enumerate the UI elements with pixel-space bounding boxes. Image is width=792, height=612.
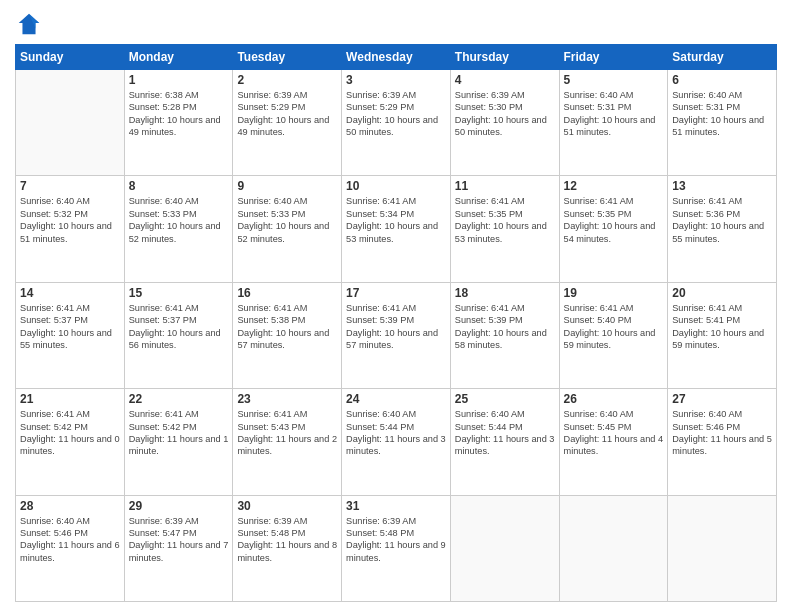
svg-marker-0: [19, 14, 40, 35]
calendar-cell: 24 Sunrise: 6:40 AMSunset: 5:44 PMDaylig…: [342, 389, 451, 495]
day-number: 16: [237, 286, 337, 300]
cell-content: Sunrise: 6:40 AMSunset: 5:46 PMDaylight:…: [672, 408, 772, 458]
day-number: 23: [237, 392, 337, 406]
day-number: 22: [129, 392, 229, 406]
calendar-cell: 20 Sunrise: 6:41 AMSunset: 5:41 PMDaylig…: [668, 282, 777, 388]
calendar-header-saturday: Saturday: [668, 45, 777, 70]
day-number: 10: [346, 179, 446, 193]
calendar-cell: 3 Sunrise: 6:39 AMSunset: 5:29 PMDayligh…: [342, 70, 451, 176]
day-number: 26: [564, 392, 664, 406]
cell-content: Sunrise: 6:41 AMSunset: 5:37 PMDaylight:…: [20, 302, 120, 352]
day-number: 25: [455, 392, 555, 406]
logo-icon: [15, 10, 43, 38]
cell-content: Sunrise: 6:41 AMSunset: 5:41 PMDaylight:…: [672, 302, 772, 352]
day-number: 19: [564, 286, 664, 300]
calendar-cell: 4 Sunrise: 6:39 AMSunset: 5:30 PMDayligh…: [450, 70, 559, 176]
cell-content: Sunrise: 6:38 AMSunset: 5:28 PMDaylight:…: [129, 89, 229, 139]
calendar-header-thursday: Thursday: [450, 45, 559, 70]
day-number: 15: [129, 286, 229, 300]
cell-content: Sunrise: 6:40 AMSunset: 5:33 PMDaylight:…: [237, 195, 337, 245]
cell-content: Sunrise: 6:39 AMSunset: 5:47 PMDaylight:…: [129, 515, 229, 565]
calendar-cell: 22 Sunrise: 6:41 AMSunset: 5:42 PMDaylig…: [124, 389, 233, 495]
calendar-cell: 6 Sunrise: 6:40 AMSunset: 5:31 PMDayligh…: [668, 70, 777, 176]
calendar-cell: 30 Sunrise: 6:39 AMSunset: 5:48 PMDaylig…: [233, 495, 342, 601]
day-number: 6: [672, 73, 772, 87]
day-number: 8: [129, 179, 229, 193]
cell-content: Sunrise: 6:40 AMSunset: 5:32 PMDaylight:…: [20, 195, 120, 245]
calendar-cell: 11 Sunrise: 6:41 AMSunset: 5:35 PMDaylig…: [450, 176, 559, 282]
day-number: 4: [455, 73, 555, 87]
day-number: 14: [20, 286, 120, 300]
calendar-header-wednesday: Wednesday: [342, 45, 451, 70]
calendar-table: SundayMondayTuesdayWednesdayThursdayFrid…: [15, 44, 777, 602]
calendar-cell: 1 Sunrise: 6:38 AMSunset: 5:28 PMDayligh…: [124, 70, 233, 176]
day-number: 13: [672, 179, 772, 193]
cell-content: Sunrise: 6:39 AMSunset: 5:29 PMDaylight:…: [237, 89, 337, 139]
calendar-cell: 18 Sunrise: 6:41 AMSunset: 5:39 PMDaylig…: [450, 282, 559, 388]
calendar-cell: 13 Sunrise: 6:41 AMSunset: 5:36 PMDaylig…: [668, 176, 777, 282]
cell-content: Sunrise: 6:40 AMSunset: 5:44 PMDaylight:…: [455, 408, 555, 458]
calendar-cell: 12 Sunrise: 6:41 AMSunset: 5:35 PMDaylig…: [559, 176, 668, 282]
cell-content: Sunrise: 6:41 AMSunset: 5:39 PMDaylight:…: [346, 302, 446, 352]
day-number: 31: [346, 499, 446, 513]
calendar-cell: 2 Sunrise: 6:39 AMSunset: 5:29 PMDayligh…: [233, 70, 342, 176]
day-number: 2: [237, 73, 337, 87]
cell-content: Sunrise: 6:40 AMSunset: 5:33 PMDaylight:…: [129, 195, 229, 245]
day-number: 20: [672, 286, 772, 300]
cell-content: Sunrise: 6:39 AMSunset: 5:30 PMDaylight:…: [455, 89, 555, 139]
cell-content: Sunrise: 6:39 AMSunset: 5:48 PMDaylight:…: [346, 515, 446, 565]
calendar-cell: 8 Sunrise: 6:40 AMSunset: 5:33 PMDayligh…: [124, 176, 233, 282]
day-number: 7: [20, 179, 120, 193]
week-row-2: 7 Sunrise: 6:40 AMSunset: 5:32 PMDayligh…: [16, 176, 777, 282]
calendar-cell: 5 Sunrise: 6:40 AMSunset: 5:31 PMDayligh…: [559, 70, 668, 176]
calendar-cell: 10 Sunrise: 6:41 AMSunset: 5:34 PMDaylig…: [342, 176, 451, 282]
calendar-cell: 28 Sunrise: 6:40 AMSunset: 5:46 PMDaylig…: [16, 495, 125, 601]
day-number: 28: [20, 499, 120, 513]
cell-content: Sunrise: 6:40 AMSunset: 5:31 PMDaylight:…: [564, 89, 664, 139]
week-row-3: 14 Sunrise: 6:41 AMSunset: 5:37 PMDaylig…: [16, 282, 777, 388]
day-number: 9: [237, 179, 337, 193]
calendar-header-friday: Friday: [559, 45, 668, 70]
day-number: 29: [129, 499, 229, 513]
calendar-cell: 29 Sunrise: 6:39 AMSunset: 5:47 PMDaylig…: [124, 495, 233, 601]
cell-content: Sunrise: 6:41 AMSunset: 5:35 PMDaylight:…: [564, 195, 664, 245]
calendar-cell: 19 Sunrise: 6:41 AMSunset: 5:40 PMDaylig…: [559, 282, 668, 388]
day-number: 11: [455, 179, 555, 193]
cell-content: Sunrise: 6:41 AMSunset: 5:36 PMDaylight:…: [672, 195, 772, 245]
cell-content: Sunrise: 6:41 AMSunset: 5:37 PMDaylight:…: [129, 302, 229, 352]
calendar-cell: 23 Sunrise: 6:41 AMSunset: 5:43 PMDaylig…: [233, 389, 342, 495]
calendar-cell: 31 Sunrise: 6:39 AMSunset: 5:48 PMDaylig…: [342, 495, 451, 601]
cell-content: Sunrise: 6:41 AMSunset: 5:39 PMDaylight:…: [455, 302, 555, 352]
cell-content: Sunrise: 6:39 AMSunset: 5:48 PMDaylight:…: [237, 515, 337, 565]
cell-content: Sunrise: 6:41 AMSunset: 5:35 PMDaylight:…: [455, 195, 555, 245]
cell-content: Sunrise: 6:41 AMSunset: 5:42 PMDaylight:…: [20, 408, 120, 458]
day-number: 12: [564, 179, 664, 193]
week-row-4: 21 Sunrise: 6:41 AMSunset: 5:42 PMDaylig…: [16, 389, 777, 495]
calendar-cell: [668, 495, 777, 601]
cell-content: Sunrise: 6:40 AMSunset: 5:45 PMDaylight:…: [564, 408, 664, 458]
calendar-cell: 21 Sunrise: 6:41 AMSunset: 5:42 PMDaylig…: [16, 389, 125, 495]
cell-content: Sunrise: 6:41 AMSunset: 5:34 PMDaylight:…: [346, 195, 446, 245]
day-number: 27: [672, 392, 772, 406]
cell-content: Sunrise: 6:40 AMSunset: 5:44 PMDaylight:…: [346, 408, 446, 458]
calendar-cell: 9 Sunrise: 6:40 AMSunset: 5:33 PMDayligh…: [233, 176, 342, 282]
day-number: 21: [20, 392, 120, 406]
calendar-cell: [559, 495, 668, 601]
calendar-cell: 7 Sunrise: 6:40 AMSunset: 5:32 PMDayligh…: [16, 176, 125, 282]
logo: [15, 10, 47, 38]
day-number: 3: [346, 73, 446, 87]
week-row-5: 28 Sunrise: 6:40 AMSunset: 5:46 PMDaylig…: [16, 495, 777, 601]
calendar-header-row: SundayMondayTuesdayWednesdayThursdayFrid…: [16, 45, 777, 70]
header: [15, 10, 777, 38]
calendar-header-monday: Monday: [124, 45, 233, 70]
calendar-cell: 26 Sunrise: 6:40 AMSunset: 5:45 PMDaylig…: [559, 389, 668, 495]
cell-content: Sunrise: 6:40 AMSunset: 5:31 PMDaylight:…: [672, 89, 772, 139]
day-number: 18: [455, 286, 555, 300]
calendar-cell: 14 Sunrise: 6:41 AMSunset: 5:37 PMDaylig…: [16, 282, 125, 388]
page: SundayMondayTuesdayWednesdayThursdayFrid…: [0, 0, 792, 612]
calendar-cell: 17 Sunrise: 6:41 AMSunset: 5:39 PMDaylig…: [342, 282, 451, 388]
calendar-cell: [16, 70, 125, 176]
day-number: 5: [564, 73, 664, 87]
cell-content: Sunrise: 6:40 AMSunset: 5:46 PMDaylight:…: [20, 515, 120, 565]
calendar-cell: 27 Sunrise: 6:40 AMSunset: 5:46 PMDaylig…: [668, 389, 777, 495]
